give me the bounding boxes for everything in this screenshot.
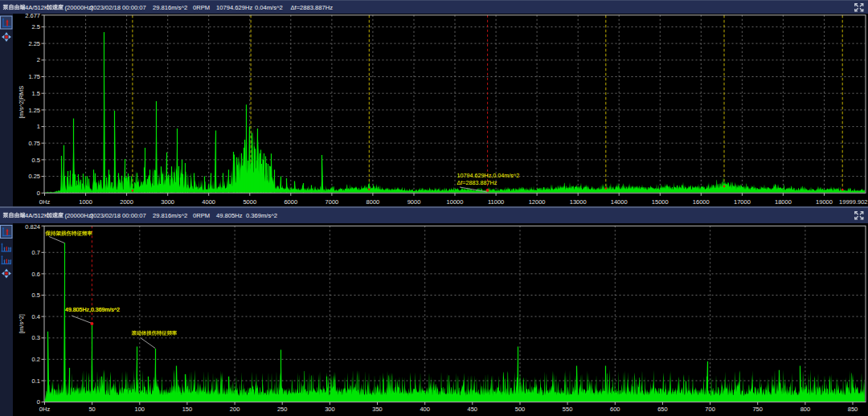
svg-text:49.805Hz: 49.805Hz [216,212,243,219]
svg-text:0.5: 0.5 [32,292,40,299]
svg-text:2.677: 2.677 [25,14,40,19]
svg-text:29.816m/s^2: 29.816m/s^2 [153,4,187,11]
svg-text:0.5: 0.5 [32,157,40,164]
svg-text:18000: 18000 [775,198,792,206]
svg-text:2.25: 2.25 [28,40,40,47]
svg-text:12000: 12000 [529,198,546,206]
svg-text:0.7: 0.7 [32,249,40,256]
svg-text:29.816m/s^2: 29.816m/s^2 [153,212,187,219]
svg-text:0: 0 [37,190,40,197]
svg-text:0.4: 0.4 [32,313,40,320]
svg-text:700: 700 [705,406,715,413]
svg-text:550: 550 [563,406,573,413]
svg-text:10794.629Hz,0.04m/s^2: 10794.629Hz,0.04m/s^2 [457,172,520,179]
svg-text:9000: 9000 [407,198,421,206]
svg-text:1.5: 1.5 [32,90,40,97]
svg-text:6000: 6000 [284,198,297,206]
svg-text:19000: 19000 [816,198,833,206]
svg-text:350: 350 [372,406,383,413]
svg-text:400: 400 [420,406,430,413]
svg-text:50: 50 [88,406,95,413]
svg-text:4000: 4000 [202,198,215,206]
svg-text:2.5: 2.5 [32,23,40,31]
svg-text:11000: 11000 [488,198,504,206]
svg-text:650: 650 [657,406,668,413]
svg-text:600: 600 [610,406,620,413]
svg-text:19999.902: 19999.902 [839,198,867,206]
svg-text:250: 250 [277,406,288,413]
svg-text:0.75: 0.75 [28,140,40,147]
svg-text:5000: 5000 [243,198,256,206]
svg-text:Δf=2883.887Hz: Δf=2883.887Hz [291,4,334,11]
svg-text:3000: 3000 [161,198,174,206]
svg-text:10000: 10000 [447,198,464,206]
svg-text:14000: 14000 [611,198,628,206]
svg-text:0.1: 0.1 [32,377,40,385]
svg-text:150: 150 [182,406,193,413]
svg-text:49.805Hz,0.369m/s^2: 49.805Hz,0.369m/s^2 [65,307,120,312]
svg-text:2023/02/18 00:00:07: 2023/02/18 00:00:07 [90,212,146,219]
svg-text:0.2: 0.2 [32,356,40,363]
svg-text:Δf=2883.887Hz: Δf=2883.887Hz [457,179,497,186]
svg-text:450: 450 [468,406,478,413]
svg-text:750: 750 [752,406,763,413]
svg-text:1000: 1000 [79,198,92,206]
svg-text:100: 100 [135,406,145,413]
svg-text:300: 300 [325,406,335,413]
svg-text:500: 500 [515,406,526,413]
svg-text:7000: 7000 [326,198,339,206]
svg-text:13000: 13000 [570,198,587,206]
svg-text:200: 200 [230,406,240,413]
svg-text:1.75: 1.75 [28,73,40,80]
svg-text:2000: 2000 [120,198,133,206]
svg-text:8000: 8000 [366,198,380,206]
svg-text:16000: 16000 [693,198,710,206]
svg-text:1: 1 [37,123,40,130]
svg-text:850: 850 [848,406,858,413]
svg-text:0Hz: 0Hz [39,406,51,413]
svg-text:4A/512K: 4A/512K [25,212,48,219]
svg-text:2023/02/18 00:00:07: 2023/02/18 00:00:07 [90,4,146,11]
svg-text:0Hz: 0Hz [39,198,51,206]
svg-text:0.3: 0.3 [32,334,40,341]
svg-text:800: 800 [800,406,811,413]
svg-text:0.369m/s^2: 0.369m/s^2 [246,212,277,219]
svg-text:0.04m/s^2: 0.04m/s^2 [255,4,283,11]
svg-text:[m/s^2]: [m/s^2] [18,314,25,333]
svg-text:0RPM: 0RPM [193,4,210,11]
svg-text:1.25: 1.25 [28,107,40,114]
svg-text:2: 2 [37,56,40,63]
svg-text:15000: 15000 [652,198,669,206]
svg-text:0.824: 0.824 [25,223,40,230]
svg-text:10794.629Hz: 10794.629Hz [216,4,252,11]
svg-text:4A/512K: 4A/512K [25,4,48,11]
svg-text:17000: 17000 [734,198,751,206]
svg-text:0RPM: 0RPM [193,212,210,219]
svg-text:[m/s^2]RMS: [m/s^2]RMS [18,86,25,119]
svg-text:0.6: 0.6 [32,271,40,278]
svg-text:0.25: 0.25 [28,173,40,180]
